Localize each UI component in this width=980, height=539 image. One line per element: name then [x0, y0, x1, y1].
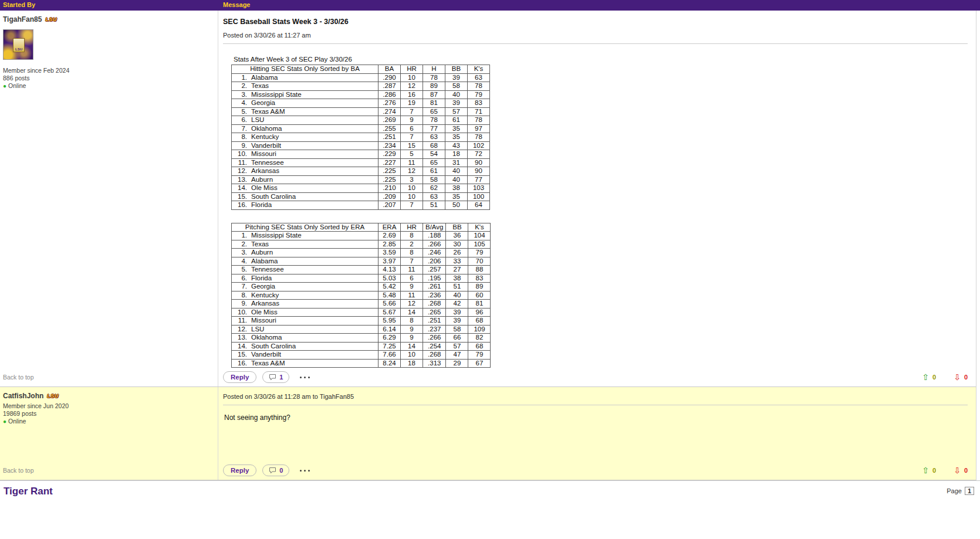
forum-thread-page: Started By Message TigahFan85 LSU LSU Me…: [0, 0, 980, 531]
posted-timestamp: Posted on 3/30/26 at 11:27 am: [223, 32, 971, 39]
stat-cell: 10: [401, 192, 423, 201]
stat-cell: .266: [423, 334, 446, 343]
table-row: 13.Auburn.2253584077: [232, 175, 490, 184]
post-count: 886 posts: [3, 74, 213, 82]
column-header-cell: HR: [401, 65, 423, 74]
table-row: 16.Texas A&M8.2418.3132967: [232, 359, 491, 368]
avatar-lsu-logo: LSU: [13, 38, 25, 52]
team-cell: 10.Ole Miss: [232, 308, 379, 317]
stat-cell: 15: [401, 141, 423, 150]
downvote-arrow-icon[interactable]: ⇩: [954, 374, 961, 381]
team-cell: 1.Mississippi State: [232, 232, 379, 240]
table-title-cell: Pitching SEC Stats Only Sorted by ERA: [232, 223, 379, 232]
stat-cell: 11: [401, 291, 423, 300]
stat-cell: 68: [468, 317, 491, 326]
upvote-arrow-icon[interactable]: ⇧: [922, 374, 929, 381]
stat-cell: 79: [468, 351, 491, 360]
stat-cell: 14: [401, 308, 423, 317]
quote-bubble-icon: [269, 467, 276, 474]
stat-cell: 39: [446, 308, 468, 317]
board-link[interactable]: Tiger Rant: [4, 486, 53, 497]
upvote-arrow-icon[interactable]: ⇧: [922, 467, 929, 474]
stat-cell: 96: [468, 308, 491, 317]
stat-cell: 77: [423, 124, 445, 133]
downvote-arrow-icon[interactable]: ⇩: [954, 467, 961, 474]
stat-cell: 12: [401, 300, 423, 309]
team-cell: 9.Vanderbilt: [232, 141, 379, 150]
stat-cell: .206: [423, 257, 446, 266]
reply-button[interactable]: Reply: [223, 371, 256, 383]
stat-cell: 18: [445, 150, 468, 159]
stat-cell: 60: [468, 291, 491, 300]
stat-cell: 5.42: [379, 283, 401, 291]
stat-cell: 29: [446, 359, 468, 368]
stat-cell: 38: [446, 274, 468, 283]
table-row: 9.Vanderbilt.234156843102: [232, 141, 490, 150]
downvote-count: 0: [964, 467, 968, 474]
stat-cell: 51: [423, 201, 445, 210]
stat-cell: 35: [445, 124, 468, 133]
team-cell: 6.Florida: [232, 274, 379, 283]
stat-cell: 79: [468, 90, 490, 99]
team-cell: 2.Texas: [232, 82, 379, 91]
table-row: 8.Kentucky.2517633578: [232, 133, 490, 142]
column-header-cell: B/Avg: [423, 223, 446, 232]
table-row: 4.Alabama3.977.2063370: [232, 257, 491, 266]
post-2: CatfishJohn LSU Member since Jun 2020 19…: [0, 387, 976, 480]
stat-cell: 5: [401, 150, 423, 159]
online-dot-icon: ●: [3, 418, 6, 425]
author-link[interactable]: TigahFan85: [3, 15, 42, 23]
stat-cell: 68: [423, 141, 445, 150]
stat-cell: 78: [423, 73, 445, 82]
stat-cell: 2: [401, 240, 423, 249]
stat-cell: 72: [468, 150, 490, 159]
stat-cell: 11: [401, 158, 423, 167]
more-options-button[interactable]: [299, 467, 311, 474]
team-cell: 2.Texas: [232, 240, 379, 249]
quote-count-button[interactable]: 1: [262, 371, 289, 383]
stat-cell: .210: [379, 184, 401, 193]
table-row: 9.Arkansas5.6612.2684281: [232, 300, 491, 309]
table-row: 8.Kentucky5.4811.2364060: [232, 291, 491, 300]
table-row: 5.Tennessee4.1311.2572788: [232, 266, 491, 274]
page-number-button[interactable]: 1: [965, 487, 974, 495]
more-options-button[interactable]: [299, 374, 311, 381]
table-row: 1.Mississippi State2.698.18836104: [232, 232, 491, 240]
team-cell: 7.Oklahoma: [232, 124, 379, 133]
stat-cell: 90: [468, 167, 490, 176]
team-cell: 9.Arkansas: [232, 300, 379, 309]
stat-cell: 39: [445, 73, 468, 82]
table-row: 16.Florida.2077515064: [232, 201, 490, 210]
member-since: Member since Feb 2024: [3, 67, 213, 74]
stat-cell: .195: [423, 274, 446, 283]
back-to-top-link[interactable]: Back to top: [3, 374, 34, 381]
avatar[interactable]: LSU: [3, 29, 33, 60]
stat-cell: 67: [468, 359, 491, 368]
stat-cell: 9: [401, 325, 423, 334]
stat-cell: 31: [445, 158, 468, 167]
stat-cell: 6: [401, 274, 423, 283]
team-cell: 8.Kentucky: [232, 291, 379, 300]
stat-cell: .290: [379, 73, 401, 82]
stat-cell: 61: [445, 116, 468, 125]
stat-cell: 58: [446, 325, 468, 334]
reply-button[interactable]: Reply: [223, 465, 256, 476]
stat-cell: 64: [468, 201, 490, 210]
stat-cell: 102: [468, 141, 490, 150]
stat-cell: 8: [401, 232, 423, 240]
stat-cell: 16: [401, 90, 423, 99]
back-to-top-link[interactable]: Back to top: [3, 467, 34, 474]
stat-cell: 5.95: [379, 317, 401, 326]
stat-cell: 7.25: [379, 342, 401, 351]
stat-cell: .268: [423, 300, 446, 309]
table-row: 11.Tennessee.22711653190: [232, 158, 490, 167]
team-cell: 11.Missouri: [232, 317, 379, 326]
stat-cell: 87: [423, 90, 445, 99]
author-link[interactable]: CatfishJohn: [3, 392, 43, 400]
quote-count-button[interactable]: 0: [262, 465, 289, 476]
stat-cell: .276: [379, 99, 401, 108]
stat-cell: 104: [468, 232, 491, 240]
team-cell: 1.Alabama: [232, 73, 379, 82]
stat-cell: 78: [423, 116, 445, 125]
team-cell: 12.Arkansas: [232, 167, 379, 176]
